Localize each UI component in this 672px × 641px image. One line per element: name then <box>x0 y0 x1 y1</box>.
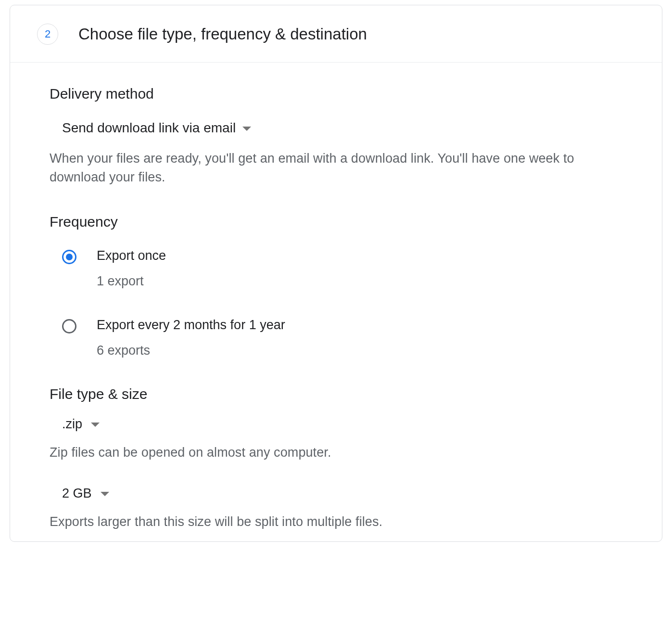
file-type-dropdown[interactable]: .zip <box>62 417 100 432</box>
chevron-down-icon <box>242 127 251 131</box>
frequency-option-sublabel: 1 export <box>97 274 166 289</box>
delivery-method-heading: Delivery method <box>50 86 622 102</box>
delivery-method-dropdown[interactable]: Send download link via email <box>62 120 251 136</box>
frequency-option-export-bimonthly[interactable]: Export every 2 months for 1 year 6 expor… <box>62 318 622 358</box>
file-type-description: Zip files can be opened on almost any co… <box>50 443 622 462</box>
delivery-method-selected: Send download link via email <box>62 120 236 136</box>
file-type-selected: .zip <box>62 417 82 432</box>
file-size-dropdown[interactable]: 2 GB <box>62 486 109 501</box>
frequency-option-label: Export once <box>97 248 166 263</box>
export-settings-card: 2 Choose file type, frequency & destinat… <box>10 5 662 542</box>
frequency-option-sublabel: 6 exports <box>97 343 285 358</box>
card-header: 2 Choose file type, frequency & destinat… <box>10 5 662 63</box>
delivery-method-description: When your files are ready, you'll get an… <box>50 149 622 187</box>
chevron-down-icon <box>101 492 109 496</box>
radio-text-group: Export every 2 months for 1 year 6 expor… <box>97 318 285 358</box>
step-number-badge: 2 <box>37 24 58 45</box>
frequency-option-export-once[interactable]: Export once 1 export <box>62 248 622 289</box>
file-type-size-heading: File type & size <box>50 386 622 402</box>
card-title: Choose file type, frequency & destinatio… <box>78 25 367 43</box>
frequency-radio-group: Export once 1 export Export every 2 mont… <box>62 248 622 358</box>
radio-unselected-icon <box>62 319 76 333</box>
chevron-down-icon <box>91 423 100 427</box>
radio-selected-icon <box>62 250 76 264</box>
frequency-heading: Frequency <box>50 214 622 230</box>
file-size-selected: 2 GB <box>62 486 92 501</box>
frequency-option-label: Export every 2 months for 1 year <box>97 318 285 333</box>
radio-text-group: Export once 1 export <box>97 248 166 289</box>
card-body: Delivery method Send download link via e… <box>10 63 662 541</box>
file-size-description: Exports larger than this size will be sp… <box>50 513 622 531</box>
